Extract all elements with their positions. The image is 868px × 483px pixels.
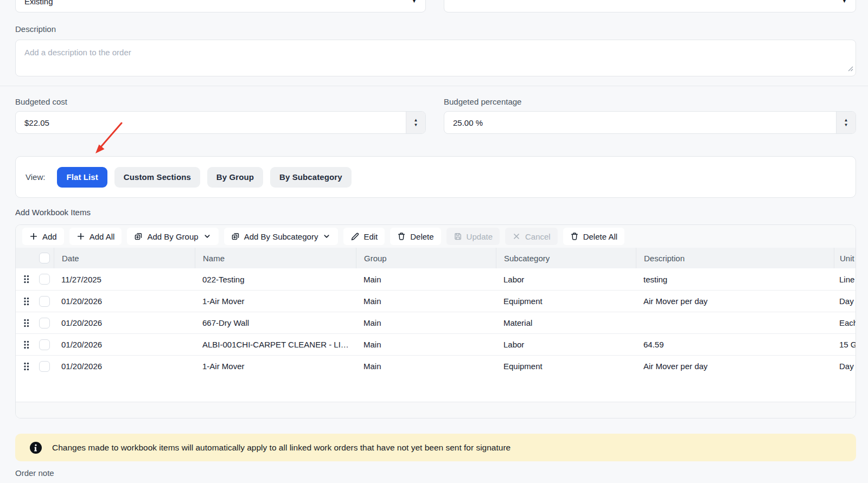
budgeted-cost-input[interactable]: $22.05 ▲▼: [15, 111, 426, 134]
row-checkbox[interactable]: [39, 274, 50, 285]
drag-handle-icon: [23, 361, 30, 372]
row-checkbox[interactable]: [39, 318, 50, 329]
drag-handle-icon: [23, 339, 30, 350]
trash-icon: [397, 232, 406, 241]
save-icon: [454, 232, 462, 241]
secondary-select[interactable]: ▼: [444, 0, 856, 12]
column-header-date: Date: [54, 248, 195, 268]
budgeted-cost-stepper[interactable]: ▲▼: [406, 112, 425, 133]
cancel-button[interactable]: Cancel: [505, 228, 558, 245]
cell-subcategory: Labor: [496, 275, 636, 284]
cell-group: Main: [356, 362, 496, 371]
budgeted-cost-label: Budgeted cost: [15, 97, 426, 106]
plus-icon: [29, 232, 38, 241]
workbook-toolbar: AddAdd All Add By Group Add By Subcatego…: [16, 225, 856, 248]
add-by-subcategory-button[interactable]: Add By Subcategory: [224, 228, 339, 245]
button-label: Delete: [410, 232, 433, 241]
step-down-icon[interactable]: ▼: [414, 123, 418, 127]
column-header-name: Name: [195, 248, 356, 268]
pencil-icon: [350, 232, 359, 241]
drag-handle-icon: [23, 318, 30, 329]
update-button[interactable]: Update: [446, 228, 500, 245]
row-checkbox[interactable]: [39, 296, 50, 307]
cell-name: 1-Air Mover: [195, 362, 356, 371]
button-label: Add By Subcategory: [244, 232, 318, 241]
view-label: View:: [25, 172, 45, 182]
cell-date: 01/20/2026: [54, 362, 195, 371]
order-form: Existing ▼ ▼ Description Add a descripti…: [0, 0, 856, 478]
row-select-cell: [16, 268, 54, 290]
cell-subcategory: Equipment: [496, 362, 636, 371]
cell-group: Main: [356, 340, 496, 349]
resize-grip-icon[interactable]: [848, 64, 853, 74]
section-divider: [0, 86, 868, 86]
table-row: 01/20/2026 1-Air Mover Main Equipment Ai…: [16, 290, 856, 312]
drag-handle-icon: [23, 274, 30, 285]
delete-all-button[interactable]: Delete All: [563, 228, 624, 245]
select-all-checkbox[interactable]: [39, 253, 50, 263]
info-icon: [29, 441, 42, 454]
column-header-unit: Unit: [834, 248, 856, 268]
view-pill-flat-list[interactable]: Flat List: [57, 167, 107, 188]
order-type-select-value: Existing: [24, 0, 53, 6]
cell-group: Main: [356, 318, 496, 327]
cell-date: 01/20/2026: [54, 297, 195, 306]
drag-handle[interactable]: [23, 318, 31, 329]
row-select-cell: [16, 291, 54, 312]
cell-description: testing: [636, 275, 834, 284]
table-body: 11/27/2025 022-Testing Main Labor testin…: [16, 268, 856, 377]
cell-name: 1-Air Mover: [195, 297, 356, 306]
budgeted-percentage-stepper[interactable]: ▲▼: [836, 112, 856, 133]
cell-name: 022-Testing: [195, 275, 356, 284]
step-down-icon[interactable]: ▼: [844, 123, 848, 127]
cell-unit: Day: [834, 362, 856, 371]
chevron-down-icon: [203, 232, 212, 241]
row-checkbox[interactable]: [39, 339, 50, 350]
drag-handle-icon: [23, 296, 30, 307]
drag-handle[interactable]: [23, 339, 31, 350]
row-checkbox[interactable]: [39, 361, 50, 372]
add-all-button[interactable]: Add All: [69, 228, 122, 245]
row-select-cell: [16, 356, 54, 377]
row-select-cell: [16, 334, 54, 355]
add-by-group-button[interactable]: Add By Group: [127, 228, 218, 245]
drag-handle[interactable]: [23, 296, 31, 307]
plus-icon: [76, 232, 85, 241]
edit-button[interactable]: Edit: [343, 228, 385, 245]
view-pill-by-subcategory[interactable]: By Subcategory: [270, 167, 352, 188]
top-selects-row: Existing ▼ ▼: [15, 0, 856, 12]
order-type-select[interactable]: Existing ▼: [15, 0, 426, 12]
column-header-subcategory: Subcategory: [496, 248, 636, 268]
drag-handle[interactable]: [23, 274, 31, 285]
add-button[interactable]: Add: [22, 228, 64, 245]
header-select-cell: [16, 248, 54, 268]
view-switcher-card: View: Flat ListCustom SectionsBy GroupBy…: [15, 156, 856, 198]
delete-button[interactable]: Delete: [390, 228, 441, 245]
cell-unit: 15 G: [834, 340, 856, 349]
table-empty-area: [16, 377, 856, 402]
x-icon: [512, 232, 521, 241]
description-textarea[interactable]: Add a description to the order: [15, 40, 856, 76]
cell-description: 64.59: [636, 340, 834, 349]
step-up-icon[interactable]: ▲: [844, 118, 848, 123]
workbook-section-label: Add Workbook Items: [15, 208, 856, 217]
info-banner: Changes made to workbook items will auto…: [15, 434, 856, 461]
budgeted-percentage-value: 25.00 %: [444, 118, 836, 127]
trash-icon: [570, 232, 579, 241]
view-pill-by-group[interactable]: By Group: [207, 167, 263, 188]
workbook-table: AddAdd All Add By Group Add By Subcatego…: [15, 224, 856, 418]
row-select-cell: [16, 312, 54, 333]
table-row: 01/20/2026 667-Dry Wall Main Material Ea…: [16, 312, 856, 333]
cell-description: Air Mover per day: [636, 297, 834, 306]
view-pill-custom-sections[interactable]: Custom Sections: [114, 167, 200, 188]
drag-handle[interactable]: [23, 361, 31, 372]
button-label: Add: [42, 232, 57, 241]
cell-group: Main: [356, 275, 496, 284]
cell-unit: Day: [834, 297, 856, 306]
step-up-icon[interactable]: ▲: [414, 118, 418, 123]
button-label: Cancel: [525, 232, 551, 241]
button-label: Add By Group: [147, 232, 198, 241]
table-footer-strip: [16, 402, 856, 418]
cell-name: ALBI-001CHI-CARPET CLEANER - LI…: [195, 340, 356, 349]
budgeted-percentage-input[interactable]: 25.00 % ▲▼: [444, 111, 856, 134]
